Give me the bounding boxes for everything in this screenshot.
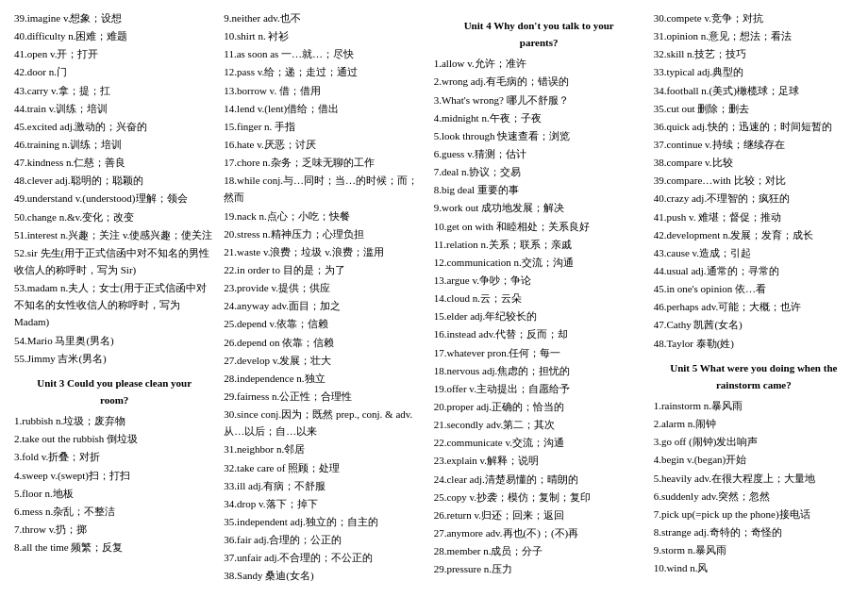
list-item: 25.copy v.抄袭；模仿；复制；复印 [434, 489, 644, 506]
list-item: 3.fold v.折叠；对折 [14, 448, 214, 465]
list-item: 14.lend v.(lent)借给；借出 [224, 100, 424, 117]
list-item: 37.continue v.持续；继续存在 [654, 136, 854, 153]
list-item: 11.relation n.关系；联系；亲戚 [434, 236, 644, 253]
list-item: 41.open v.开；打开 [14, 45, 214, 62]
list-item: 43.cause v.造成；引起 [654, 244, 854, 261]
list-item: 39.imagine v.想象；设想 [14, 9, 214, 26]
list-item: 25.depend v.依靠；信赖 [224, 315, 424, 332]
list-item: 9.work out 成功地发展；解决 [434, 199, 644, 216]
list-item: 12.communication n.交流；沟通 [434, 254, 644, 271]
list-item: 45.excited adj.激动的；兴奋的 [14, 118, 214, 135]
list-item: 48.clever adj.聪明的；聪颖的 [14, 172, 214, 189]
list-item: 28.member n.成员；分子 [434, 542, 644, 559]
list-item: 38.compare v.比较 [654, 154, 854, 171]
list-item: 41.push v. 难堪；督促；推动 [654, 208, 854, 225]
list-item: 9.storm n.暴风雨 [654, 541, 854, 558]
list-item: 33.ill adj.有病；不舒服 [224, 477, 424, 494]
list-item: 1.rainstorm n.暴风雨 [654, 397, 854, 414]
list-item: 21.secondly adv.第二；其次 [434, 416, 644, 433]
list-item: 22.in order to 目的是；为了 [224, 261, 424, 278]
list-item: 17.whatever pron.任何；每一 [434, 344, 644, 361]
list-item: 55.Jimmy 吉米(男名) [14, 350, 214, 367]
list-item: 10.wind n.风 [654, 559, 854, 576]
list-item: 19.nack n.点心；小吃；快餐 [224, 207, 424, 224]
list-item: 50.change n.&v.变化；改变 [14, 208, 214, 225]
list-item: 18.while conj.与…同时；当…的时候；而；然而 [224, 172, 424, 206]
list-item: 2.take out the rubbish 倒垃圾 [14, 430, 214, 447]
list-item: 35.independent adj.独立的；自主的 [224, 513, 424, 530]
list-item: 8.big deal 重要的事 [434, 181, 644, 198]
list-item: 2.wrong adj.有毛病的；错误的 [434, 73, 644, 90]
list-item: 8.strange adj.奇特的；奇怪的 [654, 523, 854, 540]
list-item: 34.drop v.落下；掉下 [224, 495, 424, 512]
list-item: 47.kindness n.仁慈；善良 [14, 154, 214, 171]
list-item: 16.hate v.厌恶；讨厌 [224, 136, 424, 153]
col2-entries: 9.neither adv.也不10.shirt n. 衬衫11.as soon… [224, 9, 424, 585]
list-item: 4.begin v.(began)开始 [654, 451, 854, 468]
list-item: 46.perhaps adv.可能；大概；也许 [654, 298, 854, 315]
list-item: 31.neighbor n.邻居 [224, 440, 424, 457]
list-item: 32.skill n.技艺；技巧 [654, 45, 854, 62]
list-item: 14.cloud n.云；云朵 [434, 290, 644, 307]
list-item: 10.get on with 和睦相处；关系良好 [434, 218, 644, 235]
list-item: 39.compare…with 比较；对比 [654, 172, 854, 189]
list-item: 35.cut out 删除；删去 [654, 100, 854, 117]
list-item: 15.finger n. 手指 [224, 118, 424, 135]
list-item: 20.proper adj.正确的；恰当的 [434, 398, 644, 415]
list-item: 6.suddenly adv.突然；忽然 [654, 488, 854, 505]
list-item: 36.quick adj.快的；迅速的；时间短暂的 [654, 118, 854, 135]
list-item: 1.allow v.允许；准许 [434, 55, 644, 72]
list-item: 47.Cathy 凯茜(女名) [654, 316, 854, 333]
col4-section-entries: 1.rainstorm n.暴风雨2.alarm n.闹钟3.go off (闹… [654, 397, 854, 576]
list-item: 13.argue v.争吵；争论 [434, 272, 644, 289]
col4-entries: 30.compete v.竞争；对抗31.opinion n.意见；想法；看法3… [654, 9, 854, 352]
list-item: 7.throw v.扔；掷 [14, 521, 214, 538]
list-item: 29.fairness n.公正性；合理性 [224, 388, 424, 405]
col1-section-entries: 1.rubbish n.垃圾；废弃物2.take out the rubbish… [14, 412, 214, 556]
column-1: 39.imagine v.想象；设想40.difficulty n.困难；难题4… [14, 9, 214, 586]
list-item: 22.communicate v.交流；沟通 [434, 434, 644, 451]
list-item: 34.football n.(美式)橄榄球；足球 [654, 82, 854, 99]
list-item: 2.alarm n.闹钟 [654, 415, 854, 432]
list-item: 51.interest n.兴趣；关注 v.使感兴趣；使关注 [14, 226, 214, 243]
list-item: 53.madam n.夫人；女士(用于正式信函中对不知名的女性收信人的称呼时，写… [14, 279, 214, 330]
list-item: 16.instead adv.代替；反而；却 [434, 325, 644, 342]
list-item: 7.pick up(=pick up the phone)接电话 [654, 506, 854, 523]
list-item: 17.chore n.杂务；乏味无聊的工作 [224, 154, 424, 171]
list-item: 40.difficulty n.困难；难题 [14, 27, 214, 44]
list-item: 38.Sandy 桑迪(女名) [224, 567, 424, 584]
list-item: 40.crazy adj.不理智的；疯狂的 [654, 190, 854, 207]
list-item: 19.offer v.主动提出；自愿给予 [434, 380, 644, 397]
list-item: 1.rubbish n.垃圾；废弃物 [14, 412, 214, 429]
list-item: 11.as soon as 一…就…；尽快 [224, 45, 424, 62]
unit3-title: Unit 3 Could you please clean yourroom? [14, 374, 214, 408]
list-item: 27.anymore adv.再也(不)；(不)再 [434, 524, 644, 541]
list-item: 13.borrow v. 借；借用 [224, 82, 424, 99]
list-item: 36.fair adj.合理的；公正的 [224, 531, 424, 548]
list-item: 4.midnight n.午夜；子夜 [434, 109, 644, 126]
list-item: 32.take care of 照顾；处理 [224, 459, 424, 476]
column-3: Unit 4 Why don't you talk to yourparents… [434, 9, 644, 586]
list-item: 7.deal n.协议；交易 [434, 163, 644, 180]
list-item: 23.explain v.解释；说明 [434, 452, 644, 469]
list-item: 3.What's wrong? 哪儿不舒服？ [434, 91, 644, 108]
list-item: 18.nervous adj.焦虑的；担忧的 [434, 362, 644, 379]
list-item: 52.sir 先生(用于正式信函中对不知名的男性收信人的称呼时，写为 Sir) [14, 244, 214, 278]
list-item: 8.all the time 频繁；反复 [14, 539, 214, 556]
list-item: 33.typical adj.典型的 [654, 63, 854, 80]
list-item: 44.train v.训练；培训 [14, 100, 214, 117]
list-item: 26.return v.归还；回来；返回 [434, 506, 644, 523]
list-item: 43.carry v.拿；提；扛 [14, 82, 214, 99]
col1-entries: 39.imagine v.想象；设想40.difficulty n.困难；难题4… [14, 9, 214, 367]
list-item: 44.usual adj.通常的；寻常的 [654, 262, 854, 279]
list-item: 26.depend on 依靠；信赖 [224, 334, 424, 351]
list-item: 21.waste v.浪费；垃圾 v.浪费；滥用 [224, 243, 424, 260]
list-item: 30.compete v.竞争；对抗 [654, 9, 854, 26]
col3-entries: 1.allow v.允许；准许2.wrong adj.有毛病的；错误的3.Wha… [434, 55, 644, 577]
list-item: 29.pressure n.压力 [434, 560, 644, 577]
list-item: 15.elder adj.年纪较长的 [434, 307, 644, 324]
list-item: 45.in one's opinion 依…看 [654, 280, 854, 297]
list-item: 30.since conj.因为；既然 prep., conj. & adv.从… [224, 406, 424, 440]
list-item: 24.clear adj.清楚易懂的；晴朗的 [434, 471, 644, 488]
list-item: 5.floor n.地板 [14, 485, 214, 502]
